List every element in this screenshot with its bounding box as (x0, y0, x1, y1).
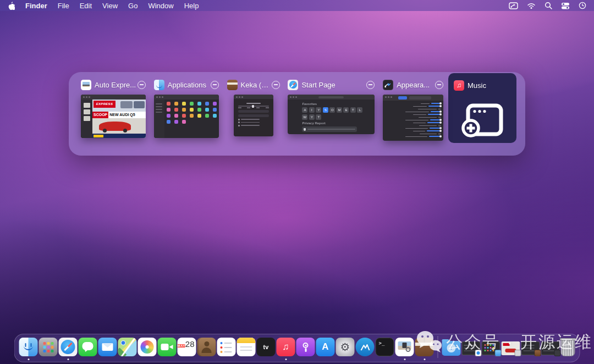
favorite-tile: T (350, 107, 356, 113)
dock-separator (438, 336, 438, 358)
music-app-icon: ♫ (454, 80, 464, 91)
mini-app-icon (205, 114, 209, 118)
favorite-tile: O (329, 107, 335, 113)
favorite-tile: Y (316, 107, 321, 113)
preview-window-thumbnail[interactable]: EXPRESS SCOOP NEW AUDI Q5 (81, 95, 146, 138)
dock-preview-icon[interactable] (395, 338, 414, 356)
mini-app-icon (167, 108, 170, 112)
dock-calendar-icon[interactable]: MAY28 (178, 338, 196, 356)
finder-app-icon (154, 80, 164, 90)
mini-app-icon (174, 108, 178, 112)
favorite-tile: W (302, 114, 307, 120)
favorite-tile: T (316, 114, 321, 120)
mini-app-icon (182, 102, 186, 106)
minimized-keka-window[interactable] (521, 339, 540, 355)
switcher-item-appearance[interactable]: Appeara... (380, 73, 447, 155)
mini-app-icon (190, 102, 194, 106)
switcher-item-music-selected[interactable]: ♫ Music (448, 73, 516, 143)
red-car-graphic (99, 122, 131, 131)
dock-finder-icon[interactable] (19, 338, 38, 356)
minimized-safari-window[interactable] (462, 339, 481, 355)
minimize-window-icon[interactable] (138, 81, 146, 89)
menu-help[interactable]: Help (184, 2, 199, 10)
switcher-item-startpage[interactable]: Start Page Favorites A I Y S O M E T (284, 73, 378, 155)
mini-app-icon (182, 120, 186, 124)
dock-launchpad-icon[interactable] (39, 338, 58, 356)
spotlight-search-icon[interactable] (544, 1, 552, 10)
dock-terminal-icon[interactable]: >_ (376, 338, 394, 356)
minimized-magazine-window[interactable] (502, 339, 520, 355)
clock-icon[interactable] (579, 1, 586, 10)
alttab-menubar-icon[interactable] (509, 1, 518, 10)
menu-app-name[interactable]: Finder (25, 2, 47, 10)
menu-bar: Finder File Edit View Go Window Help (0, 0, 594, 11)
apple-menu-icon[interactable] (8, 2, 15, 10)
menu-view[interactable]: View (102, 2, 118, 10)
switcher-item-applications[interactable]: Applications (151, 73, 222, 155)
dock-messages-icon[interactable] (79, 338, 97, 356)
dock-mountain-app-icon[interactable] (356, 338, 375, 356)
dock-appstore-icon[interactable]: A (316, 338, 335, 356)
appearance-window-thumbnail[interactable] (383, 95, 443, 141)
settings-row (385, 103, 441, 104)
dock-downloads-folder[interactable]: ↓ (442, 339, 461, 356)
window-title: Start Page (301, 81, 335, 89)
dock-mail-icon[interactable] (98, 338, 117, 356)
dock-photos-icon[interactable] (138, 338, 157, 356)
mini-app-icon (213, 102, 217, 106)
dock-keka-icon[interactable] (415, 338, 434, 356)
menu-go[interactable]: Go (128, 2, 138, 10)
switcher-item-keka[interactable]: Keka (ZIP) (224, 73, 283, 155)
settings-row (385, 114, 441, 115)
dock-notes-icon[interactable] (237, 338, 256, 356)
minimized-appearance-window[interactable] (541, 339, 560, 355)
finder-sidebar (154, 100, 164, 138)
control-center-icon[interactable] (561, 1, 570, 10)
dock-maps-icon[interactable] (118, 338, 137, 356)
mini-app-icon (205, 108, 209, 112)
dock-reminders-icon[interactable] (217, 338, 236, 356)
menu-edit[interactable]: Edit (80, 2, 92, 10)
appearance-settings-rows (385, 103, 441, 140)
mini-app-icon (182, 108, 186, 112)
mini-app-icon (174, 114, 178, 118)
menu-file[interactable]: File (58, 2, 69, 10)
safari-window-thumbnail[interactable]: Favorites A I Y S O M E T L W Y (288, 95, 375, 134)
desktop-wallpaper[interactable]: Finder File Edit View Go Window Help (0, 0, 594, 364)
keka-window-thumbnail[interactable] (234, 95, 273, 136)
dock: MAY28 tv ♫ A ⚙ >_ ↓ (14, 334, 580, 362)
window-title: Music (468, 81, 486, 90)
dock-trash-icon[interactable] (561, 338, 575, 356)
favorite-tile: S (323, 107, 328, 113)
wifi-icon[interactable] (527, 1, 536, 10)
window-title: Applications (168, 81, 206, 89)
dock-podcasts-icon[interactable] (296, 338, 315, 356)
alttab-app-icon (383, 80, 393, 90)
settings-row (385, 108, 441, 110)
settings-row (385, 130, 441, 132)
minimized-applications-window[interactable] (482, 339, 501, 355)
dock-contacts-icon[interactable] (197, 338, 216, 356)
minimize-window-icon[interactable] (366, 81, 375, 89)
settings-row (385, 122, 441, 124)
minimize-window-icon[interactable] (272, 81, 280, 89)
switcher-item-preview[interactable]: Auto Expre... EXPRESS SCOOP NEW AUDI Q5 (78, 73, 149, 155)
mini-app-icon (167, 114, 170, 118)
dock-safari-icon[interactable] (59, 338, 78, 356)
keka-app-icon (227, 80, 238, 90)
favorite-tile: Y (309, 114, 315, 120)
dock-system-preferences-icon[interactable]: ⚙ (336, 338, 355, 356)
settings-row (385, 136, 441, 137)
menu-window[interactable]: Window (148, 2, 173, 10)
magazine-cover: EXPRESS SCOOP NEW AUDI Q5 (92, 100, 146, 138)
dock-music-icon[interactable]: ♫ (277, 338, 295, 356)
dock-facetime-icon[interactable] (158, 338, 177, 356)
dock-tv-icon[interactable]: tv (257, 338, 276, 356)
settings-row (385, 125, 441, 126)
mini-app-icon (182, 114, 186, 118)
minimize-window-icon[interactable] (211, 81, 219, 89)
applications-window-thumbnail[interactable] (154, 95, 219, 138)
minimize-window-icon[interactable] (435, 81, 443, 89)
settings-row (385, 133, 441, 135)
privacy-report-banner (302, 126, 357, 132)
